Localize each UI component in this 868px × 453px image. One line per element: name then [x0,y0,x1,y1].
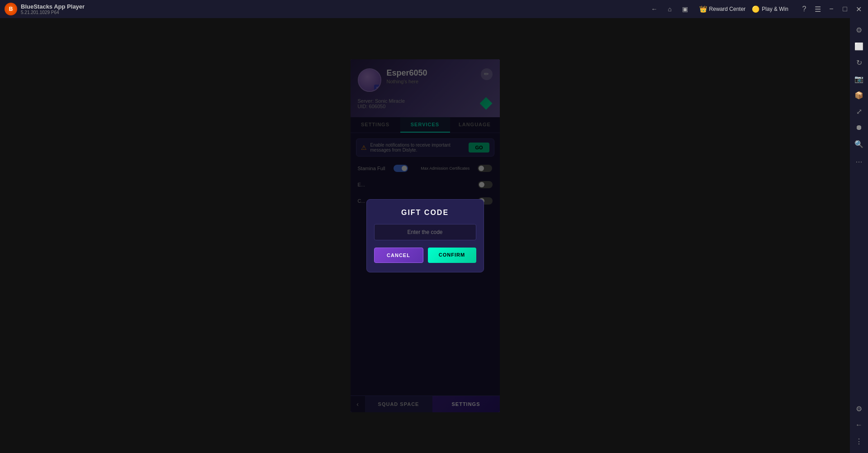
game-window: 5 Esper6050 Nothing's here ✏ Server: Son… [351,59,500,412]
recent-button[interactable]: ▣ [680,4,690,14]
sidebar-rotate-icon[interactable]: ↻ [852,55,866,70]
cancel-button[interactable]: CANCEL [374,248,423,263]
close-button[interactable]: ✕ [854,4,863,14]
title-bar: B BlueStacks App Player 5.21.201.1029 P6… [0,0,868,18]
window-controls: ? ☰ − □ ✕ [799,4,863,14]
app-version: 5.21.201.1029 P64 [21,10,650,15]
gift-code-modal: GIFT CODE CANCEL CONFIRM [366,199,484,272]
app-logo: B [5,3,17,15]
nav-controls: ← ⌂ ▣ [650,4,690,14]
confirm-button[interactable]: CONFIRM [428,248,476,263]
title-bar-right: 👑 Reward Center 🟡 Play & Win ? ☰ − □ ✕ [699,4,863,14]
sidebar-dots-icon[interactable]: ⋮ [852,434,866,448]
home-button[interactable]: ⌂ [665,4,675,14]
sidebar-more-icon[interactable]: … [852,153,866,167]
help-button[interactable]: ? [799,4,809,14]
sidebar-screen-icon[interactable]: ⬜ [852,39,866,53]
reward-center-button[interactable]: 👑 Reward Center [699,5,746,13]
crown-icon: 👑 [699,5,707,13]
hamburger-button[interactable]: ☰ [813,4,823,14]
minimize-button[interactable]: − [826,4,836,14]
sidebar-gear2-icon[interactable]: ⚙ [852,401,866,416]
maximize-button[interactable]: □ [840,4,850,14]
reward-center-label: Reward Center [709,6,746,12]
sidebar-macro-icon[interactable]: ⏺ [852,120,866,135]
sidebar-apk-icon[interactable]: 📦 [852,88,866,102]
sidebar-settings-icon[interactable]: ⚙ [852,23,866,37]
main-area: 5 Esper6050 Nothing's here ✏ Server: Son… [0,18,850,453]
gift-code-input[interactable] [374,224,476,240]
modal-buttons: CANCEL CONFIRM [374,248,476,263]
app-info: BlueStacks App Player 5.21.201.1029 P64 [21,3,650,15]
sidebar-search-icon[interactable]: 🔍 [852,137,866,151]
back-button[interactable]: ← [650,4,659,14]
app-name: BlueStacks App Player [21,3,650,10]
sidebar-back-arrow-icon[interactable]: ← [852,418,866,432]
coin-icon: 🟡 [752,5,759,13]
sidebar-resize-icon[interactable]: ⤢ [852,104,866,119]
modal-title: GIFT CODE [374,209,476,217]
play-win-button[interactable]: 🟡 Play & Win [752,5,788,13]
modal-overlay: GIFT CODE CANCEL CONFIRM [351,59,500,412]
play-win-label: Play & Win [762,6,788,12]
right-sidebar: ⚙ ⬜ ↻ 📷 📦 ⤢ ⏺ 🔍 … ⚙ ← ⋮ [850,18,868,453]
sidebar-camera-icon[interactable]: 📷 [852,72,866,86]
